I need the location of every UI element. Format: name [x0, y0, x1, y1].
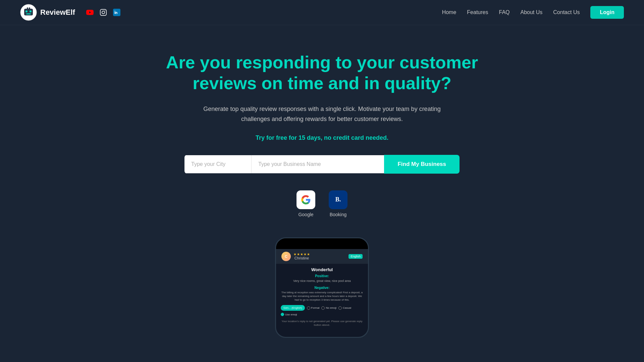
nav-contact[interactable]: Contact Us [553, 9, 580, 15]
search-bar: Find My Business [184, 155, 460, 174]
logo[interactable]: ReviewElf [20, 4, 75, 21]
nav-about[interactable]: About Us [521, 9, 543, 15]
svg-point-3 [30, 10, 32, 12]
navbar-right: Home Features FAQ About Us Contact Us Lo… [442, 6, 624, 19]
tone-casual: Casual [338, 305, 351, 311]
svg-rect-4 [26, 13, 31, 14]
language-badge: English [348, 254, 363, 259]
phone-notch [312, 242, 332, 245]
google-icon [297, 190, 315, 209]
phone-top-bar: C ★ ★ ★ ★ ★ Christine English [276, 249, 368, 264]
tone-formal: Formal [307, 305, 320, 311]
negative-label: Negative: [281, 286, 363, 290]
svg-rect-7 [100, 9, 106, 15]
svg-point-2 [25, 10, 28, 12]
logo-icon [20, 4, 37, 21]
platform-booking: B. Booking [329, 190, 347, 217]
instagram-icon[interactable] [99, 8, 108, 17]
review-title: Wonderful [281, 267, 363, 272]
google-label: Google [298, 212, 313, 217]
positive-text: Very nice rooms, great view, nice pool a… [281, 279, 363, 283]
nav-features[interactable]: Features [467, 9, 488, 15]
social-icons [85, 8, 121, 17]
negative-text: The billing at reception was extremely c… [281, 291, 363, 302]
svg-rect-5 [27, 7, 28, 9]
booking-icon: B. [329, 190, 347, 209]
booking-label: Booking [330, 212, 347, 217]
business-input[interactable] [252, 155, 384, 173]
phone-footer-text: Your location's reply is not generated y… [281, 319, 363, 327]
radio-casual[interactable] [338, 306, 342, 310]
find-business-button[interactable]: Find My Business [384, 155, 460, 174]
svg-rect-6 [29, 7, 30, 9]
tone-options: Gen... (English) Formal No emoji Casual [281, 305, 363, 316]
phone-notch-bar [276, 238, 368, 249]
city-input[interactable] [184, 155, 252, 173]
youtube-icon[interactable] [85, 8, 95, 17]
linkedin-icon[interactable] [112, 8, 121, 17]
phone-content: Wonderful Positive: Very nice rooms, gre… [276, 264, 368, 337]
radio-formal[interactable] [307, 306, 310, 310]
generate-button[interactable]: Gen... (English) [281, 305, 305, 311]
nav-faq[interactable]: FAQ [499, 9, 509, 15]
logo-text: ReviewElf [40, 8, 75, 17]
stars-row: ★ ★ ★ ★ ★ [293, 252, 310, 256]
navbar: ReviewElf [0, 0, 644, 25]
hero-cta: Try for free for 15 days, no credit card… [256, 134, 388, 141]
hero-title: Are you responding to your customer revi… [154, 52, 490, 94]
radio-use-emoji[interactable] [281, 313, 284, 316]
radio-no-emoji[interactable] [321, 306, 325, 310]
hero-subtitle: Generate top quality review responses wi… [195, 104, 449, 124]
tone-use-emoji: Use emoji [281, 313, 297, 316]
platform-google: Google [297, 190, 315, 217]
login-button[interactable]: Login [590, 6, 624, 19]
svg-point-9 [105, 10, 105, 11]
phone-mockup-section: C ★ ★ ★ ★ ★ Christine English [67, 237, 577, 338]
positive-label: Positive: [281, 274, 363, 278]
navbar-left: ReviewElf [20, 4, 121, 21]
hero-section: Are you responding to your customer revi… [0, 25, 644, 358]
user-avatar: C [281, 252, 291, 261]
phone-mockup: C ★ ★ ★ ★ ★ Christine English [275, 237, 369, 338]
phone-user-info: C ★ ★ ★ ★ ★ Christine [281, 252, 310, 261]
platforms-section: Google B. Booking [297, 190, 347, 217]
tone-no-emoji: No emoji [321, 305, 336, 311]
nav-home[interactable]: Home [442, 9, 457, 15]
svg-point-8 [102, 11, 105, 14]
phone-user-name: Christine [293, 256, 310, 260]
